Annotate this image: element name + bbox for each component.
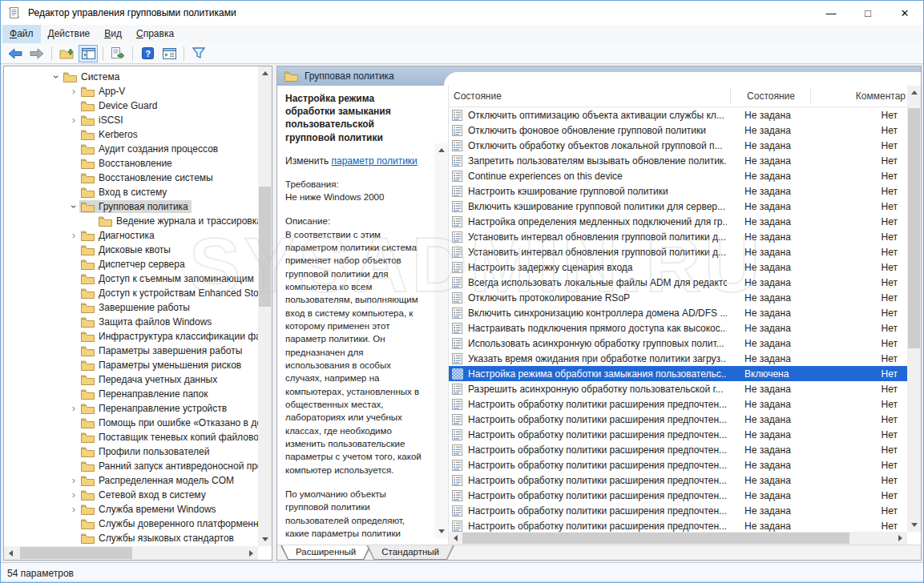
- menu-view[interactable]: Вид: [97, 25, 129, 43]
- column-header-comment[interactable]: Комментар: [811, 90, 906, 102]
- tree-item[interactable]: Инфраструктура классификации фа: [4, 329, 258, 344]
- scroll-down-button[interactable]: [907, 518, 921, 532]
- tree-item[interactable]: Kerberos: [4, 127, 258, 142]
- help-button[interactable]: ?: [138, 45, 157, 62]
- scroll-right-button[interactable]: [894, 532, 907, 545]
- scrollbar-thumb[interactable]: [20, 547, 132, 559]
- policy-row[interactable]: Включить кэширование групповой политики …: [449, 199, 907, 214]
- show-console-tree-button[interactable]: [79, 45, 98, 62]
- tree-item[interactable]: Ведение журнала и трассировка: [4, 214, 258, 228]
- policy-row[interactable]: Continue experiences on this deviceНе за…: [449, 168, 907, 183]
- tree-item[interactable]: Ранний запуск антивредоносной про: [4, 459, 258, 473]
- tree-item[interactable]: ›Групповая политика: [4, 199, 258, 214]
- policy-row[interactable]: Настраивать подключения прямого доступа …: [449, 320, 907, 336]
- forward-button[interactable]: [27, 45, 46, 62]
- policy-row[interactable]: Отключить оптимизацию объекта активации …: [449, 107, 907, 123]
- tree-item[interactable]: ›Распределенная модель COM: [4, 473, 258, 488]
- tree-item[interactable]: ›Служба времени Windows: [4, 502, 258, 517]
- scrollbar-thumb[interactable]: [908, 108, 920, 348]
- tree-item[interactable]: Помощь при ошибке «Отказано в до: [4, 416, 258, 430]
- back-button[interactable]: [6, 45, 25, 62]
- policy-row[interactable]: Указать время ожидания при обработке пол…: [449, 351, 907, 366]
- close-button[interactable]: ✕: [886, 1, 923, 25]
- tree-vertical-scrollbar[interactable]: [258, 66, 272, 546]
- tree-item[interactable]: Диспетчер сервера: [4, 257, 258, 271]
- policy-row[interactable]: Разрешить асинхронную обработку пользова…: [449, 381, 907, 396]
- scroll-up-button[interactable]: [907, 86, 921, 99]
- chevron-right-icon[interactable]: ›: [68, 505, 79, 513]
- policy-row[interactable]: Отключить обработку объектов локальной г…: [449, 138, 907, 153]
- tree-item[interactable]: ›Сетевой вход в систему: [4, 488, 258, 502]
- tree-item[interactable]: Восстановление: [4, 156, 258, 171]
- policy-row[interactable]: Отключить протоколирование RSoPНе задана…: [449, 290, 907, 305]
- export-list-button[interactable]: [108, 45, 127, 62]
- policy-row[interactable]: Настроить обработку политики расширения …: [449, 412, 907, 427]
- policy-row[interactable]: Использовать асинхронную обработку групп…: [449, 336, 907, 351]
- tab-standard[interactable]: Стандартный: [366, 545, 454, 560]
- policy-row[interactable]: Всегда использовать локальные файлы ADM …: [449, 275, 907, 290]
- policy-row[interactable]: Настроить обработку политики расширения …: [449, 457, 907, 472]
- policy-row[interactable]: Настроить обработку политики расширения …: [449, 518, 907, 532]
- tree-item[interactable]: Восстановление системы: [4, 171, 258, 185]
- list-vertical-scrollbar[interactable]: [907, 86, 921, 532]
- chevron-right-icon[interactable]: ›: [68, 476, 79, 484]
- menu-file[interactable]: Файл: [2, 25, 41, 43]
- policy-row[interactable]: Запретить пользователям вызывать обновле…: [449, 153, 907, 168]
- tree-item[interactable]: Завершение работы: [4, 300, 258, 315]
- tree-item[interactable]: ›Диагностика: [4, 228, 258, 243]
- policy-row[interactable]: Установить интервал обновления групповой…: [449, 244, 907, 259]
- policy-row[interactable]: Настройка режима обработки замыкания пол…: [449, 366, 907, 381]
- maximize-button[interactable]: □: [849, 1, 886, 25]
- tree-item[interactable]: Доступ к съемным запоминающим: [4, 271, 258, 286]
- tree-item[interactable]: Вход в систему: [4, 185, 258, 199]
- chevron-right-icon[interactable]: ›: [68, 87, 79, 95]
- minimize-button[interactable]: —: [813, 1, 849, 25]
- policy-row[interactable]: Настроить обработку политики расширения …: [449, 442, 907, 457]
- filter-button[interactable]: [189, 45, 208, 62]
- scroll-down-button[interactable]: [434, 525, 448, 538]
- policy-row[interactable]: Настроить задержку сценария входаНе зада…: [449, 259, 907, 275]
- chevron-down-icon[interactable]: ›: [70, 201, 78, 212]
- tree-horizontal-scrollbar[interactable]: [4, 546, 258, 560]
- tab-extended[interactable]: Расширенный: [280, 545, 371, 560]
- chevron-right-icon[interactable]: ›: [68, 404, 79, 412]
- tree-item[interactable]: Передача учетных данных: [4, 372, 258, 387]
- policy-row[interactable]: Установить интервал обновления групповой…: [449, 229, 907, 244]
- tree-item[interactable]: Дисковые квоты: [4, 243, 258, 257]
- chevron-down-icon[interactable]: ›: [52, 71, 60, 82]
- tree-item[interactable]: Службы языковых стандартов: [4, 531, 258, 545]
- tree-item[interactable]: Перенаправление папок: [4, 387, 258, 401]
- scroll-down-button[interactable]: [258, 533, 272, 546]
- chevron-right-icon[interactable]: ›: [68, 116, 79, 124]
- chevron-right-icon[interactable]: ›: [68, 231, 79, 239]
- scrollbar-thumb[interactable]: [259, 187, 271, 307]
- menu-help[interactable]: Справка: [129, 25, 181, 43]
- tree-item[interactable]: Доступ к устройствам Enhanced Stor: [4, 286, 258, 300]
- policy-row[interactable]: Включить синхронизацию контроллера домен…: [449, 305, 907, 320]
- policy-row[interactable]: Настроить обработку политики расширения …: [449, 503, 907, 518]
- chevron-right-icon[interactable]: ›: [68, 491, 79, 499]
- policy-row[interactable]: Настроить обработку политики расширения …: [449, 396, 907, 412]
- policy-row[interactable]: Настроить обработку политики расширения …: [449, 488, 907, 503]
- description-scrollbar[interactable]: [434, 143, 448, 538]
- tree-item[interactable]: Параметры уменьшения рисков: [4, 358, 258, 372]
- list-horizontal-scrollbar[interactable]: [449, 532, 907, 545]
- policy-row[interactable]: Настройка определения медленных подключе…: [449, 214, 907, 229]
- column-header-state[interactable]: Состояние: [731, 90, 811, 102]
- scroll-up-button[interactable]: [434, 143, 448, 157]
- tree-item[interactable]: Аудит создания процессов: [4, 142, 258, 156]
- scroll-right-button[interactable]: [244, 546, 258, 560]
- tree-item[interactable]: Поставщик теневых копий файлово: [4, 430, 258, 444]
- policy-row[interactable]: Отключить фоновое обновление групповой п…: [449, 123, 907, 138]
- tree-item[interactable]: ›iSCSI: [4, 113, 258, 127]
- show-window-button[interactable]: [159, 45, 179, 62]
- scroll-left-button[interactable]: [449, 532, 462, 545]
- tree-item[interactable]: ›Перенаправление устройств: [4, 401, 258, 416]
- menu-action[interactable]: Действие: [41, 25, 98, 43]
- scroll-left-button[interactable]: [4, 546, 18, 560]
- tree-item[interactable]: Device Guard: [4, 99, 258, 113]
- tree-item[interactable]: Параметры завершения работы: [4, 344, 258, 358]
- column-header-name[interactable]: Состояние: [454, 90, 502, 102]
- tree-item[interactable]: Профили пользователей: [4, 444, 258, 459]
- policy-row[interactable]: Настроить обработку политики расширения …: [449, 472, 907, 488]
